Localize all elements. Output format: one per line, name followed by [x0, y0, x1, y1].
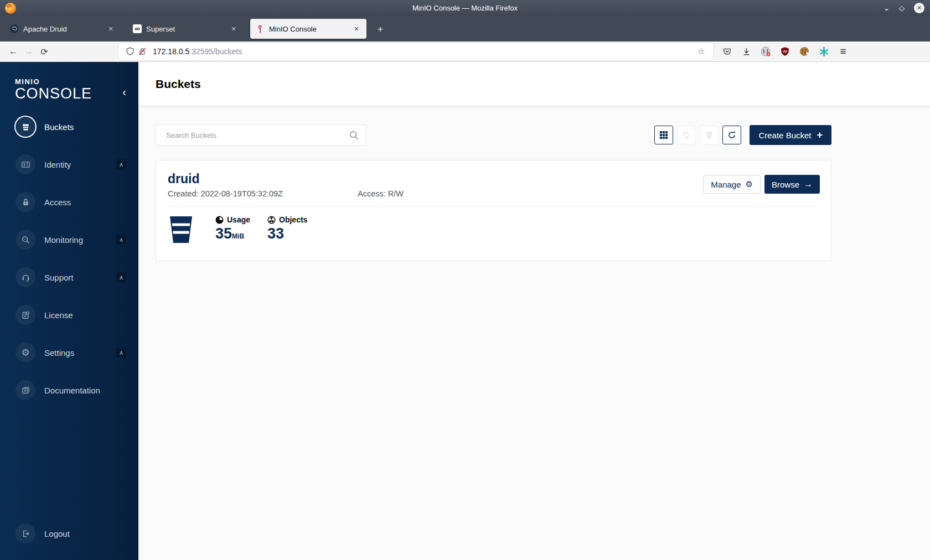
- druid-favicon-icon: [10, 24, 19, 33]
- identity-card-icon: [16, 154, 35, 174]
- tab-superset[interactable]: ∞ Superset ✕: [127, 19, 244, 39]
- objects-stat: Objects 33: [267, 215, 307, 242]
- bucket-icon: [168, 215, 194, 244]
- bookmark-star-icon[interactable]: ☆: [695, 45, 707, 58]
- url-text: 172.18.0.5:32595/buckets: [153, 47, 695, 56]
- objects-value: 33: [267, 225, 307, 242]
- url-bar[interactable]: 172.18.0.5:32595/buckets ☆: [118, 43, 713, 60]
- support-icon: [16, 267, 35, 287]
- manage-button[interactable]: Manage ⚙: [703, 175, 761, 194]
- window-maximize-icon[interactable]: ◇: [899, 4, 905, 12]
- tab-close-icon[interactable]: ✕: [228, 23, 239, 34]
- buckets-toolbar: Create Bucket +: [156, 125, 831, 146]
- search-icon: [349, 130, 359, 141]
- sidebar-item-label: Buckets: [44, 122, 74, 132]
- window-title: MinIO Console — Mozilla Firefox: [412, 4, 518, 12]
- chevron-up-icon[interactable]: ∧: [116, 235, 126, 245]
- sidebar-item-buckets[interactable]: Buckets: [0, 108, 138, 146]
- list-view-toggle-button[interactable]: [654, 126, 673, 144]
- tracking-shield-icon[interactable]: [124, 45, 136, 58]
- sidebar-item-label: Access: [44, 198, 71, 207]
- sidebar-item-label: Monitoring: [44, 235, 83, 245]
- chevron-up-icon[interactable]: ∧: [116, 348, 126, 357]
- main-content: Buckets: [138, 62, 930, 560]
- pocket-icon[interactable]: [721, 45, 733, 58]
- sidebar-item-label: Documentation: [44, 386, 100, 395]
- tab-close-icon[interactable]: ✕: [351, 23, 362, 34]
- sidebar-item-label: Support: [44, 273, 74, 282]
- search-input[interactable]: [166, 131, 349, 139]
- sidebar-item-documentation[interactable]: Documentation: [0, 371, 138, 409]
- url-path: :32595/buckets: [189, 47, 242, 56]
- back-button[interactable]: ←: [6, 44, 21, 59]
- refresh-button[interactable]: [722, 126, 741, 144]
- manage-label: Manage: [711, 180, 741, 189]
- documentation-icon: [16, 380, 35, 400]
- downloads-icon[interactable]: [740, 45, 752, 58]
- window-minimize-icon[interactable]: ⌄: [884, 4, 890, 12]
- proxy-extension-icon[interactable]: [760, 45, 772, 58]
- bucket-created-date: Created: 2022-08-19T05:32:09Z: [168, 189, 358, 198]
- forward-button[interactable]: →: [21, 44, 37, 59]
- sidebar-item-support[interactable]: Support ∧: [0, 258, 138, 296]
- tab-strip: Apache Druid ✕ ∞ Superset ✕ MinIO Consol…: [0, 16, 930, 42]
- browse-label: Browse: [772, 180, 799, 189]
- create-bucket-button[interactable]: Create Bucket +: [750, 125, 831, 145]
- tab-minio-console[interactable]: MinIO Console ✕: [250, 19, 366, 39]
- tab-label: Superset: [146, 25, 228, 33]
- sidebar-item-license[interactable]: License: [0, 296, 138, 334]
- insecure-lock-icon[interactable]: [136, 45, 148, 58]
- tab-label: MinIO Console: [269, 25, 351, 33]
- arrow-right-icon: →: [804, 179, 813, 189]
- superset-favicon-icon: ∞: [133, 24, 142, 33]
- sidebar-item-label: Settings: [44, 348, 74, 357]
- svg-text:UO: UO: [783, 50, 787, 53]
- sidebar: MINIO CONSOLE ‹ Buckets Identity ∧: [0, 62, 138, 560]
- minio-console-logo: MINIO CONSOLE ‹: [0, 62, 138, 101]
- search-box[interactable]: [156, 125, 366, 146]
- sidebar-item-label: License: [44, 310, 73, 320]
- sidebar-item-identity[interactable]: Identity ∧: [0, 146, 138, 183]
- bucket-icon: [16, 117, 35, 137]
- ublock-origin-icon[interactable]: UO: [779, 45, 791, 58]
- usage-value: 35MiB: [215, 225, 250, 242]
- chevron-up-icon[interactable]: ∧: [116, 272, 126, 282]
- set-replication-button[interactable]: [677, 126, 696, 144]
- cookie-extension-icon[interactable]: [798, 45, 810, 58]
- tab-close-icon[interactable]: ✕: [105, 23, 116, 34]
- browse-button[interactable]: Browse →: [764, 175, 820, 194]
- license-document-icon: [16, 305, 35, 325]
- page-title: Buckets: [156, 77, 201, 91]
- usage-stat: Usage 35MiB: [215, 215, 250, 242]
- usage-unit: MiB: [232, 232, 244, 240]
- bucket-card-druid[interactable]: druid Created: 2022-08-19T05:32:09Z Acce…: [156, 160, 831, 261]
- sidebar-item-monitoring[interactable]: Monitoring ∧: [0, 221, 138, 258]
- menu-hamburger-icon[interactable]: ≡: [837, 45, 849, 58]
- firefox-logo-icon: [5, 3, 16, 14]
- page-header: Buckets: [138, 62, 930, 106]
- chevron-up-icon[interactable]: ∧: [116, 159, 126, 169]
- plus-icon: +: [817, 130, 823, 140]
- objects-icon: [267, 216, 276, 224]
- minio-favicon-icon: [256, 24, 265, 33]
- new-tab-button[interactable]: +: [373, 22, 388, 37]
- window-close-icon[interactable]: ✕: [914, 3, 924, 13]
- sidebar-collapse-icon[interactable]: ‹: [122, 86, 126, 97]
- objects-label: Objects: [279, 215, 307, 224]
- sidebar-item-label: Identity: [44, 160, 71, 169]
- sidebar-item-label: Logout: [44, 529, 70, 538]
- delete-buckets-button[interactable]: [700, 126, 719, 144]
- sidebar-menu: Buckets Identity ∧ Access: [0, 108, 138, 409]
- logo-minio-text: MINIO: [15, 77, 138, 86]
- usage-pie-icon: [215, 216, 224, 224]
- usage-label: Usage: [227, 215, 250, 224]
- sidebar-item-access[interactable]: Access: [0, 183, 138, 221]
- sidebar-item-settings[interactable]: ⚙ Settings ∧: [0, 334, 138, 371]
- tab-apache-druid[interactable]: Apache Druid ✕: [4, 19, 121, 39]
- gear-icon: ⚙: [746, 179, 753, 189]
- tab-label: Apache Druid: [23, 25, 105, 33]
- lock-icon: [16, 192, 35, 212]
- extension-asterisk-icon[interactable]: [818, 45, 830, 58]
- sidebar-item-logout[interactable]: Logout: [0, 515, 138, 552]
- reload-button[interactable]: ⟳: [37, 44, 52, 59]
